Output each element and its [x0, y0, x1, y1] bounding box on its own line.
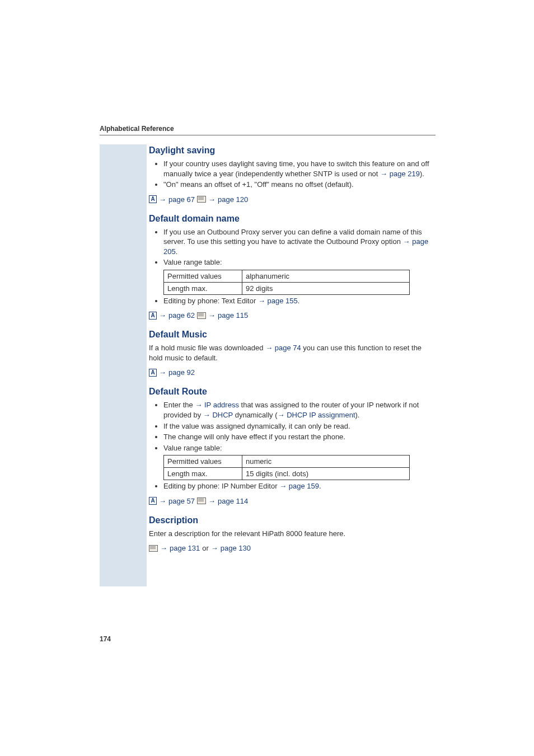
text: If a hold music file was downloaded	[149, 344, 265, 352]
page-link[interactable]: page 92	[168, 368, 195, 377]
form-icon	[197, 312, 206, 319]
page-number: 174	[100, 635, 111, 643]
text: dynamically (	[233, 411, 277, 419]
table-cell: Permitted values	[164, 456, 242, 468]
table-cell: numeric	[242, 456, 410, 468]
table-cell: Permitted values	[164, 270, 242, 282]
text: If you use an Outbound Proxy server you …	[163, 228, 422, 246]
text: .	[319, 482, 321, 490]
page-link[interactable]: page 114	[218, 497, 248, 505]
arrow-icon: →	[203, 411, 210, 419]
heading-daylight-saving: Daylight saving	[149, 145, 434, 156]
list-item: The change will only have effect if you …	[163, 432, 434, 442]
text: Value range table:	[163, 444, 222, 452]
list-item: If your country uses daylight saving tim…	[163, 159, 434, 179]
cross-ref-line: A → page 92	[149, 368, 434, 377]
default-route-list-2: Editing by phone: IP Number Editor → pag…	[149, 481, 434, 491]
header-title: Alphabetical Reference	[100, 125, 435, 133]
arrow-icon: →	[403, 237, 410, 246]
text: The change will only have effect if you …	[163, 433, 345, 441]
text: Editing by phone: Text Editor	[163, 297, 258, 305]
page-link[interactable]: page 67	[168, 195, 195, 204]
arrow-icon: →	[159, 368, 166, 377]
arrow-icon: →	[159, 195, 166, 204]
text: Value range table:	[163, 258, 222, 266]
glossary-link[interactable]: DHCP	[212, 411, 233, 419]
heading-default-music: Default Music	[149, 330, 434, 340]
arrow-icon: →	[159, 311, 166, 320]
text: Enter a description for the relevant HiP…	[149, 529, 345, 538]
form-icon	[149, 545, 158, 552]
list-item: Enter the → IP address that was assigned…	[163, 400, 434, 420]
page-link[interactable]: page 131	[170, 544, 200, 552]
table-cell: 92 digits	[242, 282, 410, 294]
paragraph: If a hold music file was downloaded → pa…	[149, 343, 434, 363]
arrow-icon: →	[278, 411, 285, 419]
cross-ref-line: A → page 57 → page 114	[149, 497, 434, 505]
default-domain-list: If you use an Outbound Proxy server you …	[149, 227, 434, 267]
text: ).	[420, 170, 424, 178]
text: or	[202, 544, 209, 552]
paragraph: Enter a description for the relevant HiP…	[149, 529, 434, 539]
arrow-icon: →	[159, 497, 166, 505]
cross-ref-line: → page 131 or → page 130	[149, 544, 434, 552]
table-row: Permitted values alphanumeric	[164, 270, 410, 282]
default-domain-list-2: Editing by phone: Text Editor → page 155…	[149, 296, 434, 306]
header-rule	[100, 135, 435, 135]
page-link[interactable]: page 120	[218, 195, 248, 204]
cross-ref-line: A → page 62 → page 115	[149, 311, 434, 320]
list-item: If the value was assigned dynamically, i…	[163, 421, 434, 431]
text: ).	[355, 411, 360, 419]
page-link[interactable]: page 115	[218, 311, 248, 320]
arrow-icon: →	[211, 544, 218, 552]
table-cell: 15 digits (incl. dots)	[242, 468, 410, 480]
cross-ref-line: A → page 67 → page 120	[149, 195, 434, 204]
list-item: If you use an Outbound Proxy server you …	[163, 227, 434, 257]
admin-icon: A	[149, 497, 157, 505]
daylight-saving-list: If your country uses daylight saving tim…	[149, 159, 434, 190]
text: If the value was assigned dynamically, i…	[163, 422, 350, 430]
heading-default-domain-name: Default domain name	[149, 214, 434, 224]
left-margin-bar	[100, 144, 147, 586]
page-link[interactable]: page 74	[275, 344, 301, 352]
admin-icon: A	[149, 312, 157, 320]
table-cell: alphanumeric	[242, 270, 410, 282]
arrow-icon: →	[279, 482, 287, 490]
list-item: Editing by phone: IP Number Editor → pag…	[163, 481, 434, 491]
table-row: Length max. 92 digits	[164, 282, 410, 294]
text: Editing by phone: IP Number Editor	[163, 482, 279, 490]
table-row: Length max. 15 digits (incl. dots)	[164, 468, 410, 480]
text: "On" means an offset of +1, "Off" means …	[163, 180, 354, 189]
text: Enter the	[163, 401, 195, 409]
page-link[interactable]: page 130	[221, 544, 251, 552]
value-range-table: Permitted values alphanumeric Length max…	[163, 270, 410, 295]
page-header: Alphabetical Reference	[100, 125, 435, 135]
arrow-icon: →	[160, 544, 167, 552]
glossary-link[interactable]: IP address	[204, 401, 239, 409]
glossary-link[interactable]: DHCP IP assignment	[287, 411, 355, 419]
value-range-table: Permitted values numeric Length max. 15 …	[163, 455, 410, 480]
arrow-icon: →	[265, 344, 273, 352]
arrow-icon: →	[258, 297, 265, 305]
list-item: "On" means an offset of +1, "Off" means …	[163, 180, 434, 190]
default-route-list: Enter the → IP address that was assigned…	[149, 400, 434, 453]
list-item: Value range table:	[163, 443, 434, 453]
arrow-icon: →	[208, 195, 216, 204]
table-row: Permitted values numeric	[164, 456, 410, 468]
text: .	[176, 247, 178, 256]
text: .	[298, 297, 300, 305]
page-link[interactable]: page 62	[168, 311, 195, 320]
arrow-icon: →	[208, 311, 216, 320]
arrow-icon: →	[208, 497, 216, 505]
list-item: Editing by phone: Text Editor → page 155…	[163, 296, 434, 306]
page-link[interactable]: page 57	[168, 497, 195, 505]
admin-icon: A	[149, 369, 157, 377]
heading-default-route: Default Route	[149, 387, 434, 397]
arrow-icon: →	[380, 170, 387, 178]
page-link[interactable]: page 159	[289, 482, 319, 490]
heading-description: Description	[149, 515, 434, 525]
content-column: Daylight saving If your country uses day…	[149, 145, 434, 552]
page-link[interactable]: page 155	[268, 297, 298, 305]
page-link[interactable]: page 219	[390, 170, 420, 178]
arrow-icon: →	[195, 401, 202, 409]
